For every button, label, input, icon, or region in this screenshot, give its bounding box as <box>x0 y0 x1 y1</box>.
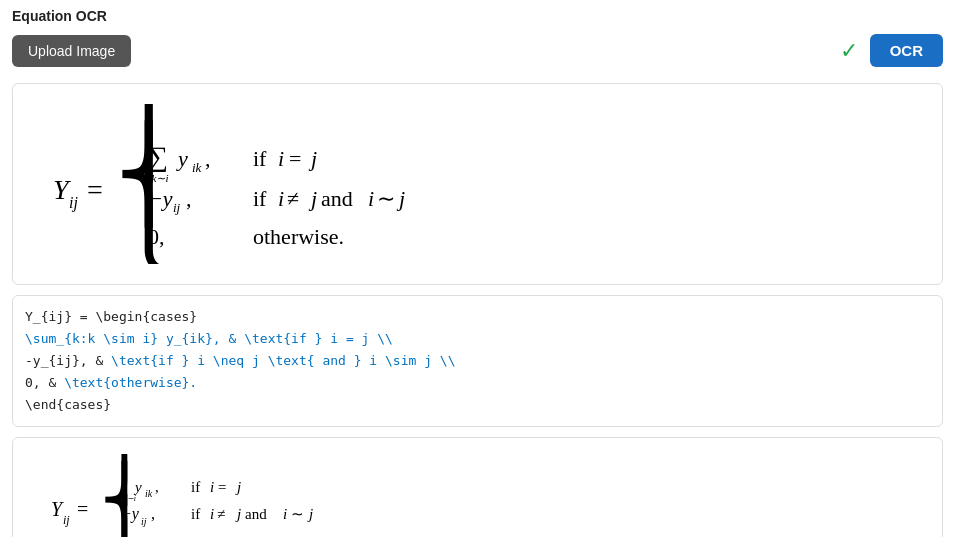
svg-text:ij: ij <box>173 200 181 215</box>
svg-text:j: j <box>235 479 241 495</box>
latex-code-area[interactable]: Y_{ij} = \begin{cases} \sum_{k:k \sim i}… <box>12 295 943 427</box>
latex-code-block: Y_{ij} = \begin{cases} \sum_{k:k \sim i}… <box>25 306 930 416</box>
svg-text:and: and <box>245 506 267 522</box>
code-line-3: -y_{ij}, & \text{if } i \neq j \text{ an… <box>25 350 930 372</box>
svg-text:∼: ∼ <box>291 506 304 522</box>
svg-text:=: = <box>289 146 301 171</box>
svg-text:if: if <box>191 506 200 522</box>
svg-text:=: = <box>218 479 226 495</box>
svg-text:,: , <box>205 146 211 171</box>
code-line-2: \sum_{k:k \sim i} y_{ik}, & \text{if } i… <box>25 328 930 350</box>
svg-text:if: if <box>253 146 267 171</box>
page-title: Equation OCR <box>0 0 955 28</box>
svg-text:−y: −y <box>121 505 140 523</box>
code-line-4: 0, & \text{otherwise}. <box>25 372 930 394</box>
svg-text:ij: ij <box>69 194 78 212</box>
svg-text:,: , <box>155 479 159 495</box>
equation-svg: Y ij = ⎧ ⎨ ⎩ ∑ k:k∼i y ik , if i = j −y … <box>43 104 563 264</box>
upload-image-button[interactable]: Upload Image <box>12 35 131 67</box>
svg-text:ij: ij <box>141 516 147 527</box>
svg-text:ij: ij <box>63 513 70 527</box>
svg-text:,: , <box>151 505 155 522</box>
svg-text:if: if <box>191 479 200 495</box>
toolbar: Upload Image ✓ OCR <box>0 28 955 73</box>
code-line-1: Y_{ij} = \begin{cases} <box>25 306 930 328</box>
svg-text:ik: ik <box>192 160 202 175</box>
svg-text:≠: ≠ <box>287 186 299 211</box>
svg-text:k:k∼i: k:k∼i <box>143 172 168 184</box>
svg-text:i: i <box>278 146 284 171</box>
svg-text:=: = <box>77 498 88 520</box>
svg-text:0,: 0, <box>148 224 165 249</box>
svg-text:i: i <box>368 186 374 211</box>
svg-text:∑: ∑ <box>148 141 168 172</box>
svg-text:−y: −y <box>148 186 173 211</box>
svg-text:and: and <box>321 186 353 211</box>
svg-text:∑: ∑ <box>121 484 127 494</box>
svg-text:i: i <box>278 186 284 211</box>
svg-text:k:k∼i: k:k∼i <box>117 494 136 503</box>
svg-text:,: , <box>186 186 192 211</box>
equation-display-area: Y ij = ⎧ ⎨ ⎩ ∑ k:k∼i y ik , if i = j −y … <box>12 83 943 285</box>
svg-text:≠: ≠ <box>217 506 225 522</box>
ocr-button[interactable]: OCR <box>870 34 943 67</box>
svg-text:j: j <box>396 186 405 211</box>
svg-text:i: i <box>283 506 287 522</box>
code-line-5: \end{cases} <box>25 394 930 416</box>
svg-text:i: i <box>210 479 214 495</box>
rendered-equation-small-area: Y ij = ⎧ ⎨ ⎩ ∑ k:k∼i y ik , if i = j −y … <box>12 437 943 537</box>
svg-text:if: if <box>253 186 267 211</box>
svg-text:y: y <box>133 479 142 495</box>
svg-text:=: = <box>87 174 103 205</box>
svg-text:ik: ik <box>145 488 153 499</box>
check-icon: ✓ <box>840 38 858 64</box>
svg-text:0,: 0, <box>121 533 133 537</box>
svg-text:j: j <box>308 186 317 211</box>
svg-text:y: y <box>176 146 188 171</box>
svg-text:i: i <box>210 506 214 522</box>
svg-text:j: j <box>307 506 313 522</box>
rendered-small-svg: Y ij = ⎧ ⎨ ⎩ ∑ k:k∼i y ik , if i = j −y … <box>43 454 503 537</box>
svg-text:∼: ∼ <box>377 186 395 211</box>
svg-text:otherwise.: otherwise. <box>253 224 344 249</box>
svg-text:j: j <box>235 506 241 522</box>
svg-text:j: j <box>308 146 317 171</box>
